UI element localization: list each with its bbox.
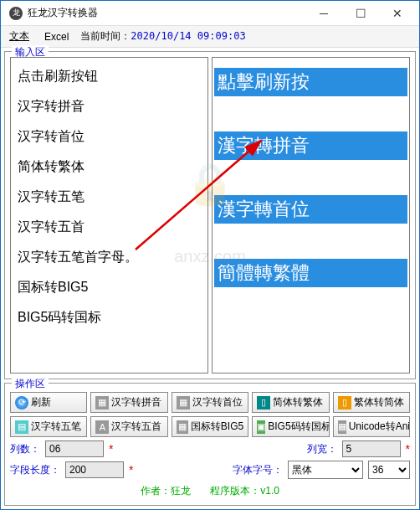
param-row-2: 字段长度： * 字体字号： 黑体 36 — [10, 461, 410, 479]
button-label: 汉字转首位 — [192, 395, 243, 410]
minimize-button[interactable]: ─ — [305, 2, 342, 25]
button-label: BIG5码转国标 — [268, 420, 329, 434]
param-row-1: 列数： * 列宽： * — [10, 440, 410, 457]
action-button[interactable]: ▦汉字转拼音 — [90, 392, 167, 413]
left-item[interactable]: 汉字转五笔 — [13, 182, 206, 212]
tab-text[interactable]: 文本 — [6, 28, 33, 45]
left-panel: 点击刷新按钮汉字转拼音汉字转首位简体转繁体汉字转五笔汉字转五首汉字转五笔首字母。… — [10, 57, 208, 373]
button-icon: ▦ — [95, 396, 109, 410]
footer: 作者：狂龙 程序版本：v1.0 — [10, 482, 410, 500]
action-button[interactable]: ▦国标转BIG5 — [172, 416, 248, 437]
right-list: 點擊刷新按 漢字轉拼音 漢字轉首位 簡體轉繁體 — [214, 68, 407, 287]
input-section: 输入区 点击刷新按钮汉字转拼音汉字转首位简体转繁体汉字转五笔汉字转五首汉字转五笔… — [4, 51, 416, 379]
button-icon: ⟳ — [15, 396, 28, 410]
right-item[interactable]: 漢字轉首位 — [214, 195, 407, 224]
button-label: Unicode转Anisc — [349, 420, 410, 434]
action-button[interactable]: ▤汉字转五笔 — [10, 416, 87, 437]
left-item[interactable]: 汉字转拼音 — [13, 91, 206, 121]
button-icon: ▦ — [177, 396, 190, 410]
window-buttons: ─ ☐ ✕ — [305, 2, 416, 25]
fieldlen-input[interactable] — [65, 461, 124, 478]
left-item[interactable]: BIG5码转国标 — [13, 302, 206, 332]
time-area: 当前时间：2020/10/14 09:09:03 — [80, 29, 245, 44]
fontsize-label: 字体字号： — [233, 463, 283, 477]
titlebar: 龙 狂龙汉字转换器 ─ ☐ ✕ — [1, 1, 419, 26]
right-panel: 點擊刷新按 漢字轉拼音 漢字轉首位 簡體轉繁體 — [212, 57, 410, 373]
close-button[interactable]: ✕ — [379, 2, 416, 25]
button-label: 繁体转简体 — [354, 395, 404, 410]
button-icon: ▯ — [257, 396, 270, 410]
action-button[interactable]: ▣BIG5码转国标 — [252, 416, 329, 437]
left-item[interactable]: 国标转BIG5 — [13, 272, 206, 302]
right-item[interactable] — [214, 103, 407, 125]
width-input[interactable] — [342, 440, 401, 457]
right-item[interactable]: 簡體轉繁體 — [214, 259, 407, 287]
action-button[interactable]: ▯繁体转简体 — [333, 392, 410, 413]
action-button[interactable]: ▦汉字转首位 — [172, 392, 248, 413]
operation-section: 操作区 ⟳刷新▦汉字转拼音▦汉字转首位▯简体转繁体▯繁体转简体 ▤汉字转五笔A汉… — [4, 383, 416, 506]
button-label: 简体转繁体 — [273, 395, 323, 410]
author-label: 作者：狂龙 — [141, 485, 191, 497]
width-label: 列宽： — [307, 442, 337, 456]
button-label: 汉字转五首 — [111, 420, 161, 434]
time-label: 当前时间： — [80, 30, 131, 42]
fieldlen-label: 字段长度： — [10, 463, 60, 477]
left-item[interactable]: 汉字转五笔首字母。 — [13, 242, 206, 272]
left-item[interactable]: 简体转繁体 — [13, 152, 206, 182]
required-mark: * — [129, 463, 133, 477]
time-value: 2020/10/14 09:09:03 — [131, 30, 245, 42]
cols-label: 列数： — [10, 442, 40, 456]
left-item[interactable]: 点击刷新按钮 — [13, 61, 206, 91]
button-label: 国标转BIG5 — [191, 420, 243, 434]
button-label: 刷新 — [31, 395, 51, 410]
action-button[interactable]: ⟳刷新 — [10, 392, 87, 413]
left-item[interactable]: 汉字转首位 — [13, 121, 206, 152]
right-item[interactable]: 漢字轉拼音 — [214, 131, 407, 160]
action-button[interactable]: ▦Unicode转Anisc — [333, 416, 410, 437]
button-icon: A — [95, 420, 109, 434]
action-button[interactable]: A汉字转五首 — [90, 416, 167, 437]
version-label: 程序版本：v1.0 — [210, 485, 279, 497]
button-icon: ▦ — [177, 420, 188, 434]
button-label: 汉字转五笔 — [31, 420, 81, 434]
right-item[interactable] — [214, 230, 407, 252]
required-mark: * — [109, 442, 113, 456]
button-icon: ▤ — [15, 420, 28, 434]
left-scroll[interactable]: 点击刷新按钮汉字转拼音汉字转首位简体转繁体汉字转五笔汉字转五首汉字转五笔首字母。… — [11, 58, 207, 373]
button-row-2: ▤汉字转五笔A汉字转五首▦国标转BIG5▣BIG5码转国标▦Unicode转An… — [10, 416, 410, 437]
font-size-select[interactable]: 36 — [368, 461, 410, 479]
tab-excel[interactable]: Excel — [41, 29, 72, 44]
action-button[interactable]: ▯简体转繁体 — [252, 392, 329, 413]
right-scroll[interactable]: 點擊刷新按 漢字轉拼音 漢字轉首位 簡體轉繁體 — [213, 58, 409, 373]
left-list: 点击刷新按钮汉字转拼音汉字转首位简体转繁体汉字转五笔汉字转五首汉字转五笔首字母。… — [13, 61, 206, 332]
font-name-select[interactable]: 黑体 — [288, 461, 363, 479]
left-item[interactable]: 汉字转五首 — [13, 212, 206, 242]
required-mark: * — [406, 442, 410, 456]
button-label: 汉字转拼音 — [111, 395, 161, 410]
button-icon: ▣ — [257, 420, 265, 434]
cols-input[interactable] — [45, 440, 104, 457]
button-icon: ▦ — [338, 420, 346, 434]
window-title: 狂龙汉字转换器 — [28, 6, 305, 20]
toolbar: 文本 Excel 当前时间：2020/10/14 09:09:03 — [1, 26, 419, 48]
right-item[interactable] — [214, 167, 407, 188]
right-item[interactable]: 點擊刷新按 — [214, 68, 407, 96]
app-window: 龙 狂龙汉字转换器 ─ ☐ ✕ 文本 Excel 当前时间：2020/10/14… — [0, 0, 420, 510]
content: 输入区 点击刷新按钮汉字转拼音汉字转首位简体转繁体汉字转五笔汉字转五首汉字转五笔… — [1, 48, 419, 509]
app-icon: 龙 — [9, 7, 23, 20]
maximize-button[interactable]: ☐ — [342, 2, 379, 25]
button-row-1: ⟳刷新▦汉字转拼音▦汉字转首位▯简体转繁体▯繁体转简体 — [10, 392, 410, 413]
button-icon: ▯ — [338, 396, 351, 410]
operation-section-label: 操作区 — [12, 377, 49, 391]
